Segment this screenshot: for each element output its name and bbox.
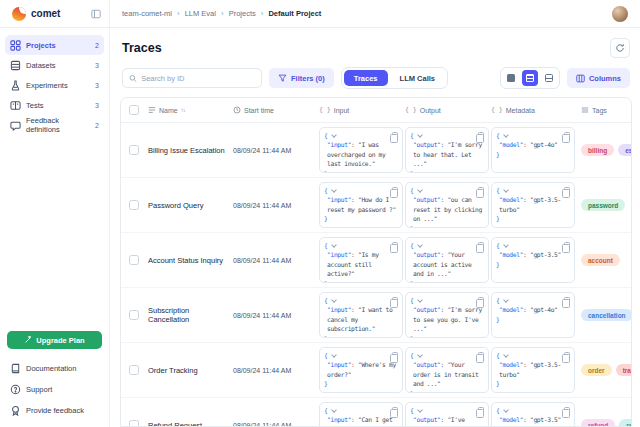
- tab-llm-calls[interactable]: LLM Calls: [390, 70, 445, 86]
- copy-icon[interactable]: [392, 132, 398, 139]
- row-checkbox[interactable]: [129, 310, 139, 320]
- chevron-down-icon[interactable]: [417, 352, 423, 358]
- json-cell[interactable]: { "input": "Where's my order?" }: [319, 347, 403, 393]
- column-header-input[interactable]: { } Input: [317, 106, 403, 114]
- upgrade-plan-button[interactable]: Upgrade Plan: [7, 331, 102, 349]
- json-cell[interactable]: { "model": "gpt-4o" }: [491, 127, 575, 173]
- copy-icon[interactable]: [392, 242, 398, 249]
- chevron-down-icon[interactable]: [331, 187, 337, 193]
- copy-icon[interactable]: [564, 297, 570, 304]
- json-cell[interactable]: { "input": "I was overcharged on my last…: [319, 127, 403, 173]
- density-compact-icon[interactable]: [503, 70, 519, 86]
- sidebar-item-tests[interactable]: Tests 3: [5, 95, 104, 115]
- json-cell[interactable]: { "output": "Your order is in transit an…: [405, 347, 489, 393]
- copy-icon[interactable]: [478, 407, 484, 414]
- row-checkbox[interactable]: [129, 365, 139, 375]
- chevron-down-icon[interactable]: [417, 132, 423, 138]
- copy-icon[interactable]: [478, 297, 484, 304]
- copy-icon[interactable]: [564, 242, 570, 249]
- json-cell[interactable]: { "output": "Your account is active and …: [405, 237, 489, 283]
- chevron-down-icon[interactable]: [417, 187, 423, 193]
- column-header-tags[interactable]: Tags: [575, 106, 632, 114]
- json-cell[interactable]: { "output": "I'm sorry to see you go. I'…: [405, 292, 489, 338]
- sidebar-item-documentation[interactable]: Documentation: [5, 358, 104, 379]
- table-row[interactable]: Subscription Cancellation08/09/24 11:44 …: [121, 288, 632, 343]
- filters-button[interactable]: Filters (0): [269, 68, 334, 88]
- column-header-output[interactable]: { } Output: [403, 106, 489, 114]
- search-input[interactable]: [141, 74, 255, 83]
- table-row[interactable]: Billing Issue Escalation08/09/24 11:44 A…: [121, 123, 632, 178]
- chevron-down-icon[interactable]: [331, 352, 337, 358]
- row-checkbox[interactable]: [129, 145, 139, 155]
- chevron-down-icon[interactable]: [503, 297, 509, 303]
- sidebar-collapse-icon[interactable]: [91, 9, 101, 19]
- sidebar-footer: Upgrade Plan Documentation Support: [5, 331, 104, 421]
- json-cell[interactable]: { "input": "I want to cancel my subscrip…: [319, 292, 403, 338]
- page-title: Traces: [122, 41, 162, 55]
- sidebar-item-support[interactable]: Support: [5, 379, 104, 400]
- chevron-down-icon[interactable]: [503, 132, 509, 138]
- chevron-down-icon[interactable]: [331, 407, 337, 413]
- search-box[interactable]: [122, 68, 262, 88]
- density-default-icon[interactable]: [522, 70, 538, 86]
- chevron-down-icon[interactable]: [503, 242, 509, 248]
- sidebar-item-projects[interactable]: Projects 2: [5, 35, 104, 55]
- chevron-down-icon[interactable]: [417, 297, 423, 303]
- json-cell[interactable]: { "model": "gpt-3.5-turbo" }: [491, 347, 575, 393]
- json-cell[interactable]: { "input": "Is my account still active?"…: [319, 237, 403, 283]
- row-checkbox[interactable]: [129, 255, 139, 265]
- refresh-button[interactable]: [610, 38, 630, 58]
- copy-icon[interactable]: [478, 132, 484, 139]
- copy-icon[interactable]: [478, 242, 484, 249]
- row-checkbox[interactable]: [129, 200, 139, 210]
- json-cell[interactable]: { "output": "I've submitted your refund …: [405, 402, 489, 427]
- density-comfortable-icon[interactable]: [541, 70, 557, 86]
- sidebar-item-datasets[interactable]: Datasets 3: [5, 55, 104, 75]
- sidebar-item-provide-feedback[interactable]: Provide feedback: [5, 400, 104, 421]
- chevron-down-icon[interactable]: [331, 242, 337, 248]
- sidebar-item-feedback-definitions[interactable]: Feedback definitions 2: [5, 115, 104, 135]
- tab-traces[interactable]: Traces: [344, 70, 388, 86]
- chevron-down-icon[interactable]: [331, 132, 337, 138]
- copy-icon[interactable]: [392, 297, 398, 304]
- sort-icon[interactable]: ↑↓: [181, 107, 185, 113]
- copy-icon[interactable]: [564, 352, 570, 359]
- json-cell[interactable]: { "model": "gpt-3.5-turbo" }: [491, 182, 575, 228]
- copy-icon[interactable]: [478, 352, 484, 359]
- column-header-metadata[interactable]: { } Metadata: [489, 106, 575, 114]
- chevron-down-icon[interactable]: [503, 407, 509, 413]
- user-avatar[interactable]: [612, 6, 628, 22]
- sidebar-item-experiments[interactable]: Experiments 3: [5, 75, 104, 95]
- copy-icon[interactable]: [478, 187, 484, 194]
- table-row[interactable]: Account Status Inquiry08/09/24 11:44 AM …: [121, 233, 632, 288]
- chevron-down-icon[interactable]: [503, 352, 509, 358]
- table-row[interactable]: Password Query08/09/24 11:44 AM { "input…: [121, 178, 632, 233]
- table-row[interactable]: Order Tracking08/09/24 11:44 AM { "input…: [121, 343, 632, 398]
- breadcrumb-item[interactable]: Projects: [229, 9, 256, 18]
- json-cell[interactable]: { "input": "How do I reset my password ?…: [319, 182, 403, 228]
- chevron-down-icon[interactable]: [331, 297, 337, 303]
- column-header-start-time[interactable]: Start time: [231, 106, 317, 114]
- copy-icon[interactable]: [392, 407, 398, 414]
- row-checkbox[interactable]: [129, 420, 139, 427]
- select-all-checkbox[interactable]: [129, 105, 139, 115]
- copy-icon[interactable]: [392, 352, 398, 359]
- chevron-down-icon[interactable]: [417, 242, 423, 248]
- json-cell[interactable]: { "output": "ou can reset it by clicking…: [405, 182, 489, 228]
- chevron-down-icon[interactable]: [503, 187, 509, 193]
- copy-icon[interactable]: [564, 187, 570, 194]
- breadcrumb-item[interactable]: LLM Eval: [185, 9, 216, 18]
- json-cell[interactable]: { "input": "Can I get a refund for my la…: [319, 402, 403, 427]
- json-cell[interactable]: { "output": "I'm sorry to hear that. Let…: [405, 127, 489, 173]
- copy-icon[interactable]: [392, 187, 398, 194]
- json-cell[interactable]: { "model": "gpt-4o" }: [491, 292, 575, 338]
- columns-button[interactable]: Columns: [567, 68, 630, 88]
- chevron-down-icon[interactable]: [417, 407, 423, 413]
- json-cell[interactable]: { "model": "gpt-3.5" }: [491, 237, 575, 283]
- json-cell[interactable]: { "model": "gpt-3.5" }: [491, 402, 575, 427]
- breadcrumb-item[interactable]: team-comet-ml: [122, 9, 172, 18]
- column-header-name[interactable]: Name ↑↓: [146, 106, 231, 114]
- table-row[interactable]: Refund Request08/09/24 11:44 AM { "input…: [121, 398, 632, 427]
- copy-icon[interactable]: [564, 407, 570, 414]
- copy-icon[interactable]: [564, 132, 570, 139]
